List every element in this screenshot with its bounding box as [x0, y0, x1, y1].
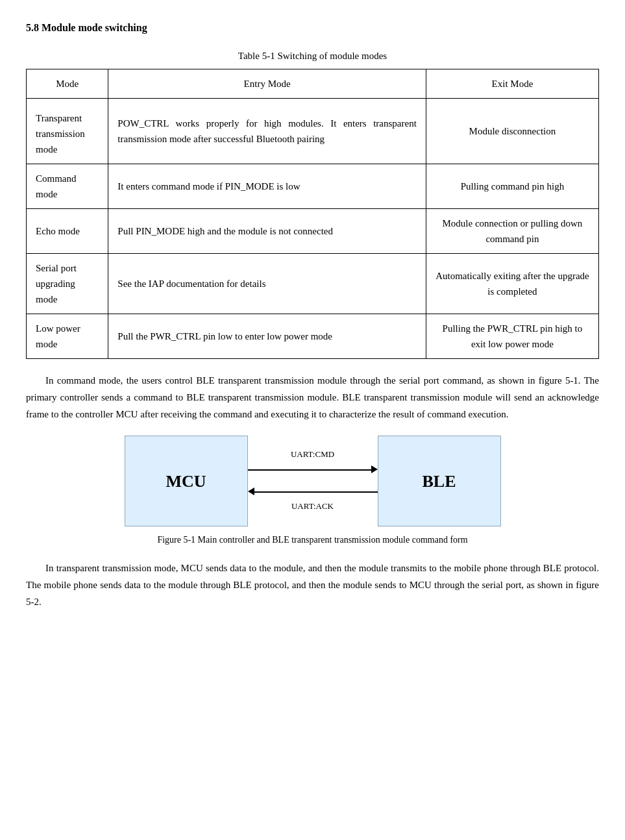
- ble-box: BLE: [378, 436, 501, 526]
- table-cell-exit: Pulling the PWR_CTRL pin high to exit lo…: [426, 314, 598, 358]
- table-row: Echo modePull PIN_MODE high and the modu…: [27, 208, 599, 253]
- paragraph-command-mode: In command mode, the users control BLE t…: [26, 372, 599, 423]
- figure-caption: Figure 5-1 Main controller and BLE trans…: [26, 533, 599, 547]
- ack-arrow-row: UART:ACK: [248, 484, 378, 515]
- table-cell-entry: It enters command mode if PIN_MODE is lo…: [108, 164, 426, 208]
- ack-shaft: [254, 491, 378, 493]
- table-cell-mode: Command mode: [27, 164, 108, 208]
- table-cell-exit: Module connection or pulling down comman…: [426, 208, 598, 253]
- col-header-entry: Entry Mode: [108, 69, 426, 98]
- table-row: Transparent transmission modePOW_CTRL wo…: [27, 98, 599, 164]
- table-cell-exit: Automatically exiting after the upgrade …: [426, 253, 598, 314]
- table-cell-entry: Pull PIN_MODE high and the module is not…: [108, 208, 426, 253]
- table-row: Command modeIt enters command mode if PI…: [27, 164, 599, 208]
- mcu-box: MCU: [125, 436, 248, 526]
- mode-table: Mode Entry Mode Exit Mode Transparent tr…: [26, 69, 599, 359]
- table-cell-mode: Transparent transmission mode: [27, 98, 108, 164]
- table-cell-mode: Echo mode: [27, 208, 108, 253]
- arrows-section: UART:CMD UART:ACK: [248, 448, 378, 515]
- cmd-arrow-row: UART:CMD: [248, 448, 378, 478]
- col-header-exit: Exit Mode: [426, 69, 598, 98]
- ack-arrowhead: [248, 484, 254, 500]
- diagram: MCU UART:CMD UART:ACK BLE: [26, 436, 599, 526]
- paragraph-transparent-mode: In transparent transmission mode, MCU se…: [26, 560, 599, 611]
- ack-arrow-label: UART:ACK: [291, 500, 334, 513]
- cmd-shaft: [248, 469, 371, 471]
- ack-arrow-line: [248, 484, 378, 500]
- table-cell-exit: Module disconnection: [426, 98, 598, 164]
- cmd-arrow-label: UART:CMD: [291, 448, 334, 462]
- cmd-arrowhead: [371, 462, 378, 478]
- table-cell-entry: See the IAP documentation for details: [108, 253, 426, 314]
- table-row: Serial port upgrading modeSee the IAP do…: [27, 253, 599, 314]
- table-cell-entry: Pull the PWR_CTRL pin low to enter low p…: [108, 314, 426, 358]
- table-cell-mode: Low power mode: [27, 314, 108, 358]
- section-title: 5.8 Module mode switching: [26, 19, 599, 36]
- table-cell-exit: Pulling command pin high: [426, 164, 598, 208]
- cmd-arrow-line: [248, 462, 378, 478]
- table-row: Low power modePull the PWR_CTRL pin low …: [27, 314, 599, 358]
- table-cell-mode: Serial port upgrading mode: [27, 253, 108, 314]
- col-header-mode: Mode: [27, 69, 108, 98]
- table-title: Table 5-1 Switching of module modes: [26, 48, 599, 64]
- table-cell-entry: POW_CTRL works properly for high modules…: [108, 98, 426, 164]
